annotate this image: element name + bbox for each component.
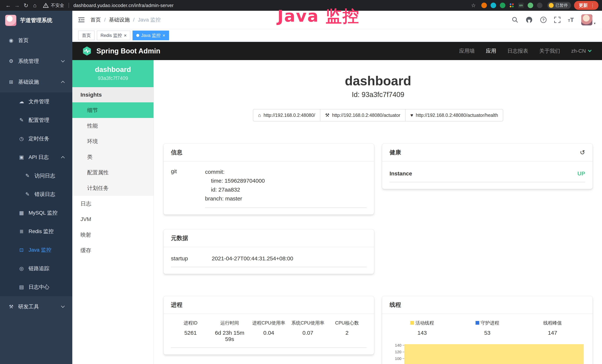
chevron-down-icon xyxy=(588,48,592,52)
bookmark-star-icon[interactable]: ☆ xyxy=(471,2,476,9)
sidebar-item-mysql-monitor[interactable]: ▦ MySQL 监控 xyxy=(0,203,72,222)
sba-item-classes[interactable]: 类 xyxy=(72,149,153,165)
github-icon[interactable] xyxy=(526,16,533,23)
sba-item-metrics[interactable]: 性能 xyxy=(72,118,153,134)
help-icon[interactable]: ? xyxy=(540,17,547,23)
sba-item-caches[interactable]: 缓存 xyxy=(72,243,153,258)
sba-item-details[interactable]: 细节 xyxy=(72,102,153,118)
threads-chart: 140 120 100 xyxy=(389,342,585,364)
live-threads-area xyxy=(404,344,584,364)
extension-icon-teal[interactable] xyxy=(491,3,496,8)
browser-back-icon[interactable]: ← xyxy=(4,2,13,9)
sba-group-insights: Insights xyxy=(72,87,153,102)
close-icon[interactable]: × xyxy=(124,33,127,38)
paused-badge[interactable]: 已暂停 xyxy=(547,2,571,9)
database-icon: ▦ xyxy=(18,210,25,216)
extension-icon-orange[interactable] xyxy=(481,3,487,8)
plot-area xyxy=(404,342,585,364)
sidebar-item-access-log[interactable]: ✎ 访问日志 xyxy=(0,167,72,185)
tab-java-monitor[interactable]: Java 监控 × xyxy=(133,31,169,40)
heart-icon: ♥ xyxy=(410,112,413,118)
instance-header[interactable]: dashboard 93a3fc7f7409 xyxy=(72,60,153,87)
threads-peak: 线程峰值 147 xyxy=(520,320,585,336)
sba-nav-about[interactable]: 关于我们 xyxy=(539,47,560,54)
fullscreen-icon[interactable] xyxy=(554,17,560,23)
sidebar-item-file-mgmt[interactable]: ☁ 文件管理 xyxy=(0,92,72,111)
address-bar[interactable]: 不安全 dashboard.yudao.iocoder.cn/infra/adm… xyxy=(43,2,174,8)
browser-home-icon[interactable]: ⌂ xyxy=(30,2,39,9)
sba-main: dashboard Id: 93a3fc7f7409 ⌂ http://192.… xyxy=(154,60,602,364)
app-logo xyxy=(5,15,16,26)
tab-home[interactable]: 首页 xyxy=(78,31,95,40)
threads-daemon: 守护进程 53 xyxy=(455,320,520,336)
actuator-url-button[interactable]: ⚒ http://192.168.0.2:48080/actuator xyxy=(320,109,406,121)
sba-sidebar: dashboard 93a3fc7f7409 Insights 细节 性能 环境… xyxy=(72,60,154,364)
browser-forward-icon[interactable]: → xyxy=(13,2,22,9)
sidebar-item-home[interactable]: ◉ 首页 xyxy=(0,30,72,51)
breadcrumb-home[interactable]: 首页 xyxy=(90,16,101,23)
sidebar-item-scheduled-jobs[interactable]: ◷ 定时任务 xyxy=(0,129,72,148)
app-header: 首页 / 基础设施 / Java 监控 ? xyxy=(72,11,602,29)
card-title: 进程 xyxy=(171,301,183,309)
card-title: 信息 xyxy=(171,149,183,156)
sba-item-config-props[interactable]: 配置属性 xyxy=(72,165,153,180)
sidebar-item-config-mgmt[interactable]: ✎ 配置管理 xyxy=(0,111,72,129)
threads-card: 线程 活动线程 143 守护进程 53 xyxy=(382,296,592,364)
extension-icon-leaf[interactable] xyxy=(528,3,533,8)
sba-nav-wallboard[interactable]: 应用墙 xyxy=(459,47,475,54)
sba-item-scheduled-tasks[interactable]: 计划任务 xyxy=(72,180,153,196)
sba-item-environment[interactable]: 环境 xyxy=(72,134,153,149)
sidebar-item-error-log[interactable]: ✎ 错误日志 xyxy=(0,185,72,203)
health-row[interactable]: Instance UP xyxy=(389,167,585,182)
instance-links: ⌂ http://192.168.0.2:48080/ ⚒ http://192… xyxy=(154,109,602,121)
chevron-down-icon xyxy=(61,59,65,62)
sba-item-jvm[interactable]: JVM xyxy=(72,211,153,227)
sidebar-item-dev-tools[interactable]: ⚒ 研发工具 xyxy=(0,296,72,317)
sidebar-item-log-center[interactable]: ▤ 日志中心 xyxy=(0,278,72,296)
breadcrumb-infrastructure[interactable]: 基础设施 xyxy=(109,16,130,23)
sidebar-item-api-log[interactable]: ▣ API 日志 xyxy=(0,148,72,167)
service-url-button[interactable]: ⌂ http://192.168.0.2:48080/ xyxy=(253,109,320,121)
caret-down-icon: ▾ xyxy=(594,21,595,25)
tab-redis-monitor[interactable]: Redis 监控 × xyxy=(97,31,130,40)
extension-icon-green[interactable] xyxy=(500,3,505,8)
status-badge: UP xyxy=(577,171,585,177)
browser-reload-icon[interactable]: ↻ xyxy=(22,2,30,9)
security-label[interactable]: 不安全 xyxy=(51,2,64,8)
app-logo-row[interactable]: 芋道管理系统 xyxy=(0,11,72,30)
history-icon[interactable]: ↺ xyxy=(580,149,585,156)
spring-boot-admin-logo xyxy=(82,46,92,56)
svg-text:?: ? xyxy=(542,18,545,22)
log-center-icon: ▤ xyxy=(18,284,25,290)
sidebar-item-redis-monitor[interactable]: ≣ Redis 监控 xyxy=(0,222,72,241)
close-icon[interactable]: × xyxy=(163,33,165,38)
health-url-button[interactable]: ♥ http://192.168.0.2:48080/actuator/heal… xyxy=(405,109,503,121)
extension-icon-on-badge[interactable]: on xyxy=(518,3,524,8)
url-text[interactable]: dashboard.yudao.iocoder.cn/infra/admin-s… xyxy=(74,3,174,8)
sba-nav-applications[interactable]: 应用 xyxy=(486,47,496,54)
sba-item-logs[interactable]: 日志 xyxy=(72,196,153,211)
chevron-up-icon xyxy=(61,81,65,85)
sidebar-item-java-monitor[interactable]: ⊡ Java 监控 xyxy=(0,241,72,259)
sidebar-fold-button[interactable] xyxy=(72,17,90,23)
gear-icon: ⚙ xyxy=(7,58,15,64)
smiley-icon xyxy=(549,3,554,8)
update-button[interactable]: 更新 ⋮ xyxy=(574,1,599,10)
app-title: 芋道管理系统 xyxy=(20,17,52,24)
sba-brand-title[interactable]: Spring Boot Admin xyxy=(97,47,160,55)
sba-item-mappings[interactable]: 映射 xyxy=(72,227,153,243)
sidebar-item-trace[interactable]: ◎ 链路追踪 xyxy=(0,259,72,278)
chevron-down-icon xyxy=(61,304,65,308)
user-menu[interactable]: ▾ xyxy=(581,14,595,25)
sidebar-item-infrastructure[interactable]: ⊞ 基础设施 xyxy=(0,72,72,92)
kebab-menu-icon[interactable]: ⋮ xyxy=(590,3,595,8)
monitor-icon: ⊞ xyxy=(7,79,15,85)
search-icon[interactable] xyxy=(512,17,518,23)
extension-icon-grid[interactable] xyxy=(509,3,514,8)
locale-select[interactable]: zh-CN xyxy=(571,48,591,54)
sidebar-item-system-mgmt[interactable]: ⚙ 系统管理 xyxy=(0,51,72,72)
sba-nav-journal[interactable]: 日志报表 xyxy=(507,47,528,54)
extension-icon-puzzle[interactable] xyxy=(537,3,542,8)
process-uptime: 运行时间 6d 23h 15m 59s xyxy=(210,320,249,342)
font-size-icon[interactable]: TT xyxy=(568,17,574,23)
